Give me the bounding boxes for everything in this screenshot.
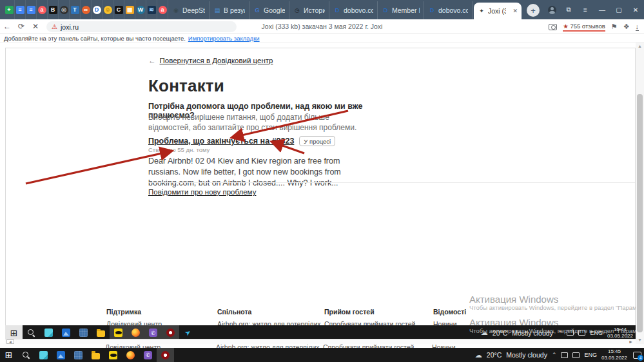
- pinned-dark-circle[interactable]: ◎: [59, 0, 70, 19]
- pinned-doc-blue[interactable]: ≡: [15, 0, 26, 19]
- calculator-taskbar-button[interactable]: [75, 325, 92, 340]
- pinned-link-orange[interactable]: ∞: [81, 0, 92, 19]
- maximize-button[interactable]: ▢: [610, 0, 627, 19]
- close-button[interactable]: ✕: [627, 0, 644, 19]
- batman-app-taskbar-button[interactable]: [104, 348, 122, 362]
- page-viewport: ← Повернутися в Довідковий центр Контакт…: [0, 43, 644, 348]
- search-icon: [28, 329, 35, 336]
- collections-icon[interactable]: ❖: [623, 23, 630, 31]
- viber-taskbar-button[interactable]: ✆: [144, 325, 162, 340]
- tablet-mode-icon[interactable]: [561, 352, 568, 358]
- weather-condition[interactable]: Mostly cloudy: [506, 351, 547, 359]
- file-explorer-taskbar-button[interactable]: [92, 325, 110, 340]
- firefox-taskbar-button[interactable]: [127, 325, 144, 340]
- horizontal-scrollbar[interactable]: ◄ ►: [5, 339, 636, 344]
- pinned-orange-square[interactable]: ▦: [124, 0, 135, 19]
- pinned-c-black[interactable]: C: [113, 0, 124, 19]
- profile-avatar[interactable]: [543, 0, 560, 19]
- youtube-kids-taskbar-button[interactable]: [162, 325, 179, 340]
- sticky-notes-taskbar-button[interactable]: [35, 348, 52, 362]
- photos-taskbar-button[interactable]: [57, 325, 75, 340]
- minimize-button[interactable]: —: [594, 0, 610, 19]
- tab-deepstatemai[interactable]: ◉DeepStateMAI: [168, 1, 210, 19]
- screen: +≡≡aB◎T∞D☺C▦W≋a ◉DeepStateMAI▤В результа…: [0, 0, 644, 362]
- bookmarks-bar: Добавляйте на эту панель сайты, которые …: [0, 35, 644, 43]
- scroll-down-arrow[interactable]: ▼: [636, 336, 644, 344]
- pinned-add[interactable]: +: [4, 0, 15, 19]
- tab-label: dobovo.com: [438, 6, 468, 14]
- batman-app-taskbar-button[interactable]: [110, 325, 127, 340]
- star-icon: ★: [563, 23, 569, 30]
- tab-google[interactable]: GGoogle: [249, 1, 289, 19]
- vertical-scrollbar[interactable]: ▲ ▼: [636, 43, 644, 344]
- weather-temp[interactable]: 20°C: [487, 351, 502, 359]
- pinned-notion-icon: B: [49, 6, 57, 14]
- batman-app-icon: [109, 351, 117, 359]
- network-icon[interactable]: [572, 352, 580, 358]
- tab-история[interactable]: ◷История: [289, 1, 329, 19]
- reviews-badge[interactable]: ★ 755 отзывов: [563, 23, 605, 32]
- viber-icon: ✆: [149, 329, 157, 337]
- pinned-navy-lines-icon: ≋: [148, 6, 156, 14]
- pinned-doc-blue-2[interactable]: ≡: [26, 0, 37, 19]
- import-bookmarks-link[interactable]: Импортировать закладки: [188, 35, 260, 42]
- back-button[interactable]: ←: [0, 22, 14, 31]
- notification-center-icon[interactable]: 4: [633, 352, 641, 359]
- file-explorer-taskbar-button[interactable]: [87, 348, 104, 362]
- firefox-taskbar-button[interactable]: [122, 348, 139, 362]
- tab-label: Joxi (333 kb: [488, 7, 506, 15]
- sticky-notes-taskbar-button[interactable]: [40, 325, 57, 340]
- downloads-icon[interactable]: ↓: [636, 23, 639, 31]
- telegram-taskbar-button[interactable]: ➤: [179, 325, 197, 340]
- viber-taskbar-button[interactable]: ✆: [139, 348, 157, 362]
- start-taskbar-button[interactable]: ⊞: [5, 325, 23, 340]
- bookmark-flag-icon[interactable]: ⚑: [611, 23, 618, 31]
- tray-chevron-icon[interactable]: ⌃: [552, 352, 557, 358]
- url-text: joxi.ru: [61, 23, 79, 31]
- stop-button[interactable]: ✕: [28, 22, 43, 31]
- scrollbar-thumb[interactable]: [637, 94, 643, 332]
- language-indicator[interactable]: ENG: [584, 352, 597, 358]
- menu-button[interactable]: ≡: [577, 0, 594, 19]
- tab-в-результате[interactable]: ▤В результате: [210, 1, 249, 19]
- new-tab-button[interactable]: +: [527, 4, 540, 17]
- tab-close-icon[interactable]: ✕: [512, 8, 518, 14]
- tab-favicon: D: [428, 7, 436, 14]
- back-to-help-center-link[interactable]: ← Повернутися в Довідковий центр: [148, 57, 273, 64]
- scroll-right-arrow[interactable]: ►: [629, 339, 633, 345]
- share-button[interactable]: ⧉: [560, 0, 577, 19]
- sticky-notes-icon: [39, 351, 48, 359]
- pinned-airbnb[interactable]: a: [37, 0, 48, 19]
- weather-cloud-icon: ☁: [475, 351, 482, 359]
- address-bar[interactable]: ⚠ joxi.ru: [46, 21, 237, 32]
- pinned-navy-lines[interactable]: ≋: [146, 0, 157, 19]
- system-tray: ☁ 20°C Mostly cloudy ⌃ ENG 15:4503.05.20…: [475, 348, 644, 361]
- start-taskbar-button[interactable]: ⊞: [0, 348, 17, 362]
- search-taskbar-button[interactable]: [23, 325, 40, 340]
- youtube-kids-taskbar-button[interactable]: [157, 348, 174, 362]
- batman-app-icon: [114, 329, 122, 337]
- tab-dobovo-com[interactable]: Ddobovo.com: [424, 1, 473, 19]
- pinned-airbnb-2[interactable]: a: [157, 0, 168, 19]
- pinned-emoji-yellow[interactable]: ☺: [102, 0, 113, 19]
- screenshot-camera-icon[interactable]: [549, 24, 557, 30]
- pinned-notion[interactable]: B: [48, 0, 59, 19]
- clock[interactable]: 15:4503.05.2022: [601, 348, 627, 361]
- tab-dobovo-com[interactable]: Ddobovo.com: [329, 1, 378, 19]
- tab-label: dobovo.com: [344, 6, 373, 14]
- pinned-wordpress[interactable]: W: [135, 0, 146, 19]
- report-new-issue-link[interactable]: Повідомити про нову проблему: [148, 188, 256, 196]
- calculator-taskbar-button[interactable]: [70, 348, 87, 362]
- pinned-dobovo[interactable]: D: [92, 0, 102, 19]
- pinned-trello[interactable]: T: [70, 0, 81, 19]
- scroll-up-arrow[interactable]: ▲: [636, 43, 644, 50]
- scroll-left-arrow[interactable]: ◄: [6, 339, 14, 344]
- reload-button[interactable]: ⟳: [14, 22, 28, 31]
- issue-link[interactable]: Проблема, що закінчується на #9323: [148, 137, 294, 146]
- tab-joxi-333-kb[interactable]: ✦Joxi (333 kb✕: [474, 3, 522, 19]
- photos-taskbar-button[interactable]: [52, 348, 70, 362]
- tab-member-revie[interactable]: DMember Revie: [378, 1, 424, 19]
- divider: [148, 182, 635, 183]
- pinned-airbnb-2-icon: a: [159, 6, 167, 14]
- search-taskbar-button[interactable]: [17, 348, 35, 362]
